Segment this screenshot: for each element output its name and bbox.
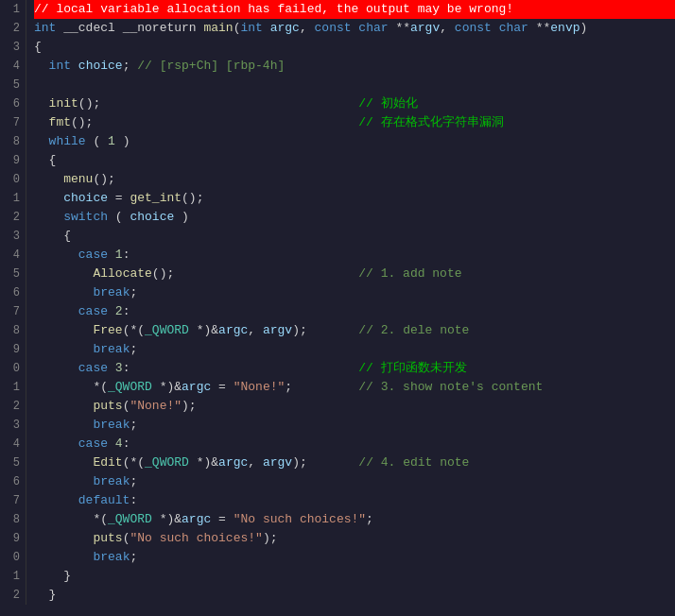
code-line-12: switch ( choice ): [34, 208, 675, 227]
code-container: 1 2 3 4 5 6 7 8 9 0 1 2 3 4 5 6 7 8 9 0 …: [0, 0, 675, 605]
line-num: 8: [4, 321, 20, 340]
code-line-30: break;: [34, 548, 675, 567]
line-num: 9: [4, 151, 20, 170]
code-line-28: *(_QWORD *)&argc = "No such choices!";: [34, 510, 675, 529]
code-line-32: }: [34, 586, 675, 605]
line-num: 1: [4, 378, 20, 397]
line-num: 1: [4, 567, 20, 586]
line-num: 7: [4, 113, 20, 132]
line-num: 4: [4, 57, 20, 76]
code-line-20: case 3: // 打印函数未开发: [34, 359, 675, 378]
line-num: 5: [4, 265, 20, 283]
code-line-29: puts("No such choices!");: [34, 529, 675, 548]
line-num: 8: [4, 132, 20, 151]
code-line-13: {: [34, 227, 675, 246]
code-line-16: break;: [34, 283, 675, 302]
code-line-2: int __cdecl __noreturn main(int argc, co…: [34, 19, 675, 38]
line-num: 5: [4, 453, 20, 472]
code-line-31: }: [34, 567, 675, 586]
line-num: 6: [4, 94, 20, 113]
line-num: 3: [4, 416, 20, 435]
line-num: 7: [4, 491, 20, 510]
code-line-7: fmt(); // 存在格式化字符串漏洞: [34, 113, 675, 132]
line-num: 9: [4, 529, 20, 548]
line-num: 3: [4, 38, 20, 57]
code-line-25: Edit(*(_QWORD *)&argc, argv); // 4. edit…: [34, 453, 675, 472]
code-lines: // local variable allocation has failed,…: [26, 0, 675, 605]
line-num: 6: [4, 283, 20, 302]
code-line-6: init(); // 初始化: [34, 94, 675, 113]
line-num: 0: [4, 359, 20, 378]
line-num: 4: [4, 435, 20, 453]
line-num: 4: [4, 246, 20, 265]
line-num: 8: [4, 510, 20, 529]
code-line-5: [34, 76, 675, 94]
code-line-22: puts("None!");: [34, 397, 675, 416]
line-num: 9: [4, 340, 20, 359]
code-line-15: Allocate(); // 1. add note: [34, 265, 675, 283]
code-line-23: break;: [34, 416, 675, 435]
line-num: 5: [4, 76, 20, 94]
code-line-24: case 4:: [34, 435, 675, 453]
code-line-9: {: [34, 151, 675, 170]
code-line-19: break;: [34, 340, 675, 359]
code-line-14: case 1:: [34, 246, 675, 265]
line-num: 2: [4, 19, 20, 38]
line-num: 7: [4, 302, 20, 321]
code-line-11: choice = get_int();: [34, 189, 675, 208]
code-line-27: default:: [34, 491, 675, 510]
line-num: 2: [4, 397, 20, 416]
code-line-4: int choice; // [rsp+Ch] [rbp-4h]: [34, 57, 675, 76]
code-line-18: Free(*(_QWORD *)&argc, argv); // 2. dele…: [34, 321, 675, 340]
line-num: 1: [4, 0, 20, 19]
line-num: 1: [4, 189, 20, 208]
code-line-3: {: [34, 38, 675, 57]
line-num: 2: [4, 208, 20, 227]
code-line-10: menu();: [34, 170, 675, 189]
line-num: 6: [4, 472, 20, 491]
line-num: 0: [4, 170, 20, 189]
line-num: 3: [4, 227, 20, 246]
code-line-26: break;: [34, 472, 675, 491]
code-line-8: while ( 1 ): [34, 132, 675, 151]
line-num: 2: [4, 586, 20, 605]
line-numbers: 1 2 3 4 5 6 7 8 9 0 1 2 3 4 5 6 7 8 9 0 …: [0, 0, 26, 605]
line-num: 0: [4, 548, 20, 567]
code-line-21: *(_QWORD *)&argc = "None!"; // 3. show n…: [34, 378, 675, 397]
code-line-17: case 2:: [34, 302, 675, 321]
code-line-1: // local variable allocation has failed,…: [34, 0, 675, 19]
